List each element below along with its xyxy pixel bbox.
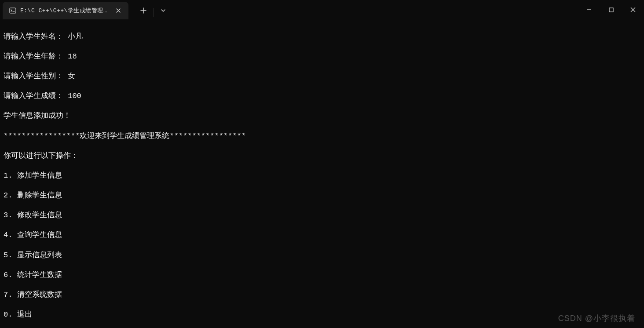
tab-active[interactable]: E:\C C++\C++\学生成绩管理系 xyxy=(3,2,128,19)
tab-title: E:\C C++\C++\学生成绩管理系 xyxy=(20,7,108,15)
line-input-age: 请输入学生年龄： 18 xyxy=(4,52,640,62)
menu-item-7a: 7. 清空系统数据 xyxy=(4,290,640,300)
line-added-ok: 学生信息添加成功！ xyxy=(4,111,640,121)
terminal-app-icon xyxy=(9,7,17,15)
menu-item-3a: 3. 修改学生信息 xyxy=(4,211,640,221)
line-input-name: 请输入学生姓名： 小凡 xyxy=(4,32,640,42)
titlebar: E:\C C++\C++\学生成绩管理系 xyxy=(0,0,644,19)
svg-rect-0 xyxy=(10,8,16,13)
tab-strip-controls xyxy=(135,0,171,19)
minimize-button[interactable] xyxy=(578,0,600,19)
svg-rect-1 xyxy=(609,8,613,12)
line-input-score: 请输入学生成绩： 100 xyxy=(4,91,640,102)
menu-item-1a: 1. 添加学生信息 xyxy=(4,171,640,181)
close-window-button[interactable] xyxy=(622,0,644,19)
vertical-divider xyxy=(153,8,154,17)
menu-item-5a: 5. 显示信息列表 xyxy=(4,251,640,261)
menu-item-0a: 0. 退出 xyxy=(4,310,640,320)
tab-close-button[interactable] xyxy=(114,7,122,15)
watermark: CSDN @小李很执着 xyxy=(558,313,635,324)
line-ops-label-1: 你可以进行以下操作： xyxy=(4,151,640,161)
window-controls xyxy=(578,0,644,19)
maximize-button[interactable] xyxy=(600,0,622,19)
new-tab-button[interactable] xyxy=(135,3,151,18)
line-banner-1: *****************欢迎来到学生成绩管理系统***********… xyxy=(4,131,640,142)
tab-menu-dropdown[interactable] xyxy=(155,3,171,18)
terminal-output[interactable]: 请输入学生姓名： 小凡 请输入学生年龄： 18 请输入学生性别： 女 请输入学生… xyxy=(0,19,644,328)
line-input-sex: 请输入学生性别： 女 xyxy=(4,72,640,82)
menu-item-4a: 4. 查询学生信息 xyxy=(4,230,640,241)
menu-item-6a: 6. 统计学生数据 xyxy=(4,270,640,281)
menu-item-2a: 2. 删除学生信息 xyxy=(4,191,640,201)
